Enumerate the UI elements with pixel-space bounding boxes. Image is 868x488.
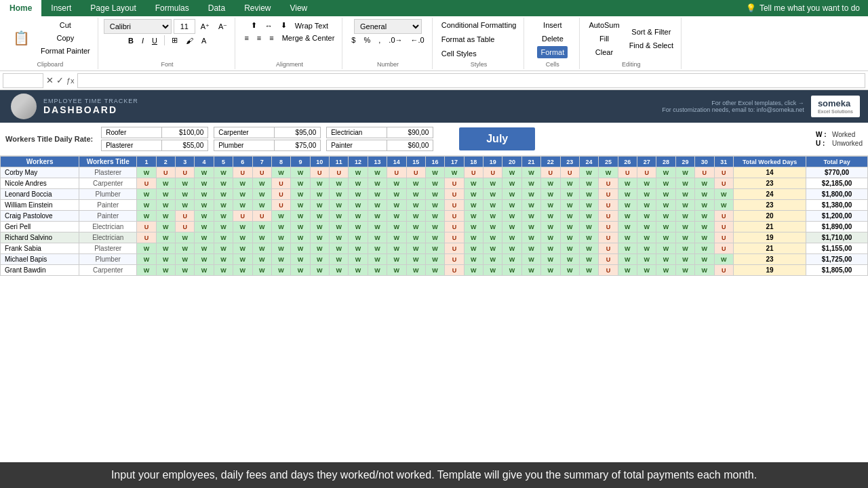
- day-cell[interactable]: W: [656, 167, 675, 178]
- day-cell[interactable]: W: [233, 265, 252, 276]
- day-cell[interactable]: W: [618, 222, 637, 232]
- day-cell[interactable]: W: [195, 211, 214, 222]
- day-cell[interactable]: W: [502, 254, 521, 265]
- day-cell[interactable]: U: [387, 167, 406, 178]
- day-cell[interactable]: W: [618, 232, 637, 243]
- day-cell[interactable]: W: [387, 189, 406, 200]
- day-cell[interactable]: W: [579, 167, 598, 178]
- day-cell[interactable]: W: [368, 200, 387, 211]
- day-cell[interactable]: W: [214, 211, 233, 222]
- day-cell[interactable]: W: [425, 243, 444, 254]
- day-cell[interactable]: W: [618, 200, 637, 211]
- day-cell[interactable]: W: [502, 167, 521, 178]
- day-cell[interactable]: U: [137, 178, 156, 189]
- day-cell[interactable]: W: [656, 178, 675, 189]
- day-cell[interactable]: W: [406, 222, 425, 232]
- day-cell[interactable]: W: [195, 222, 214, 232]
- day-cell[interactable]: W: [502, 189, 521, 200]
- day-cell[interactable]: W: [330, 232, 349, 243]
- day-cell[interactable]: U: [599, 243, 618, 254]
- day-cell[interactable]: W: [271, 232, 290, 243]
- day-cell[interactable]: W: [521, 189, 540, 200]
- day-cell[interactable]: W: [156, 232, 175, 243]
- day-cell[interactable]: W: [695, 178, 714, 189]
- day-cell[interactable]: W: [291, 211, 310, 222]
- day-cell[interactable]: W: [387, 265, 406, 276]
- day-cell[interactable]: W: [464, 254, 483, 265]
- day-cell[interactable]: W: [252, 222, 271, 232]
- day-cell[interactable]: W: [214, 178, 233, 189]
- day-cell[interactable]: W: [521, 232, 540, 243]
- day-cell[interactable]: W: [368, 265, 387, 276]
- day-cell[interactable]: W: [521, 211, 540, 222]
- day-cell[interactable]: W: [271, 211, 290, 222]
- day-cell[interactable]: W: [637, 189, 656, 200]
- day-cell[interactable]: W: [349, 167, 368, 178]
- day-cell[interactable]: W: [271, 243, 290, 254]
- day-cell[interactable]: W: [214, 232, 233, 243]
- day-cell[interactable]: W: [214, 200, 233, 211]
- tab-formulas[interactable]: Formulas: [146, 0, 199, 16]
- day-cell[interactable]: W: [252, 254, 271, 265]
- merge-center-button[interactable]: Merge & Center: [279, 32, 338, 44]
- day-cell[interactable]: W: [233, 222, 252, 232]
- day-cell[interactable]: W: [271, 265, 290, 276]
- day-cell[interactable]: U: [271, 189, 290, 200]
- day-cell[interactable]: W: [252, 243, 271, 254]
- day-cell[interactable]: W: [560, 243, 579, 254]
- day-cell[interactable]: W: [675, 211, 694, 222]
- day-cell[interactable]: W: [214, 265, 233, 276]
- day-cell[interactable]: W: [349, 265, 368, 276]
- day-cell[interactable]: W: [560, 200, 579, 211]
- day-cell[interactable]: W: [310, 243, 329, 254]
- day-cell[interactable]: W: [310, 189, 329, 200]
- day-cell[interactable]: W: [349, 178, 368, 189]
- decrease-font-button[interactable]: A⁻: [215, 20, 231, 33]
- day-cell[interactable]: U: [176, 211, 195, 222]
- day-cell[interactable]: U: [233, 211, 252, 222]
- day-cell[interactable]: W: [502, 211, 521, 222]
- day-cell[interactable]: W: [406, 265, 425, 276]
- day-cell[interactable]: W: [695, 243, 714, 254]
- day-cell[interactable]: W: [291, 254, 310, 265]
- day-cell[interactable]: W: [464, 178, 483, 189]
- day-cell[interactable]: W: [579, 254, 598, 265]
- day-cell[interactable]: W: [599, 167, 618, 178]
- day-cell[interactable]: U: [714, 222, 733, 232]
- day-cell[interactable]: U: [445, 189, 464, 200]
- day-cell[interactable]: W: [484, 265, 502, 276]
- day-cell[interactable]: W: [330, 211, 349, 222]
- day-cell[interactable]: W: [195, 243, 214, 254]
- day-cell[interactable]: W: [502, 200, 521, 211]
- day-cell[interactable]: W: [502, 243, 521, 254]
- day-cell[interactable]: W: [368, 189, 387, 200]
- day-cell[interactable]: W: [195, 178, 214, 189]
- day-cell[interactable]: U: [176, 167, 195, 178]
- day-cell[interactable]: W: [214, 189, 233, 200]
- autosum-button[interactable]: AutoSum: [585, 19, 623, 31]
- day-cell[interactable]: W: [233, 232, 252, 243]
- day-cell[interactable]: W: [252, 178, 271, 189]
- day-cell[interactable]: W: [541, 254, 560, 265]
- day-cell[interactable]: W: [579, 222, 598, 232]
- day-cell[interactable]: W: [214, 243, 233, 254]
- day-cell[interactable]: W: [252, 232, 271, 243]
- day-cell[interactable]: W: [291, 167, 310, 178]
- day-cell[interactable]: W: [349, 189, 368, 200]
- day-cell[interactable]: W: [675, 222, 694, 232]
- day-cell[interactable]: W: [195, 265, 214, 276]
- day-cell[interactable]: W: [330, 200, 349, 211]
- day-cell[interactable]: U: [233, 167, 252, 178]
- conditional-formatting-button[interactable]: Conditional Formatting: [438, 19, 520, 31]
- day-cell[interactable]: W: [330, 178, 349, 189]
- day-cell[interactable]: W: [195, 200, 214, 211]
- day-cell[interactable]: U: [714, 211, 733, 222]
- fill-button[interactable]: Fill: [585, 33, 623, 45]
- day-cell[interactable]: W: [541, 200, 560, 211]
- day-cell[interactable]: W: [464, 200, 483, 211]
- day-cell[interactable]: W: [176, 200, 195, 211]
- day-cell[interactable]: W: [637, 211, 656, 222]
- day-cell[interactable]: U: [156, 167, 175, 178]
- day-cell[interactable]: W: [233, 243, 252, 254]
- day-cell[interactable]: W: [387, 222, 406, 232]
